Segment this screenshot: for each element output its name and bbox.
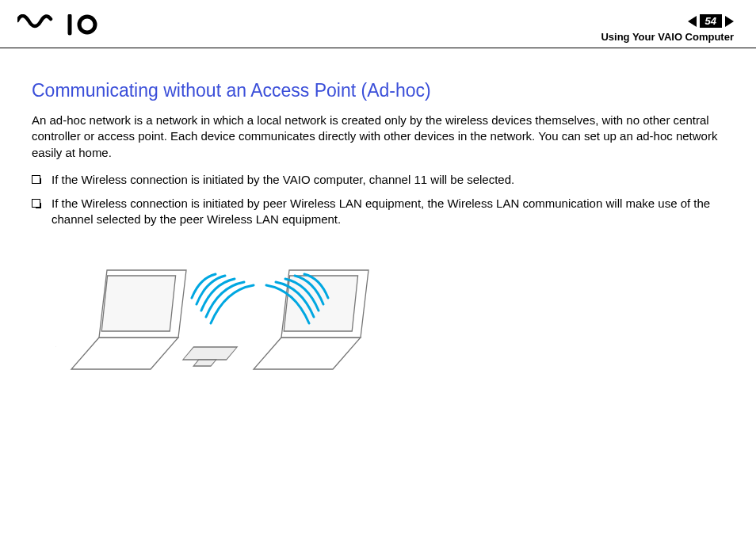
prev-page-arrow-icon[interactable] — [688, 16, 697, 27]
list-item: If the Wireless connection is initiated … — [32, 172, 731, 188]
page-header: 54 Using Your VAIO Computer — [0, 0, 756, 48]
svg-marker-2 — [71, 338, 178, 369]
page-content: Communicating without an Access Point (A… — [0, 48, 756, 404]
svg-marker-7 — [254, 338, 361, 369]
vaio-logo-icon — [17, 14, 105, 36]
laptops-wireless-icon — [55, 242, 388, 385]
svg-point-1 — [79, 17, 95, 32]
vaio-logo — [17, 14, 105, 42]
list-item-text: If the Wireless connection is initiated … — [52, 172, 514, 188]
intro-paragraph: An ad-hoc network is a network in which … — [32, 113, 731, 161]
page-number: 54 — [700, 14, 722, 28]
list-item: If the Wireless connection is initiated … — [32, 196, 731, 228]
svg-rect-4 — [101, 276, 175, 331]
bullet-icon — [32, 199, 40, 208]
svg-rect-11 — [193, 360, 216, 366]
bullet-icon — [32, 175, 40, 184]
section-title: Communicating without an Access Point (A… — [32, 80, 731, 101]
header-right: 54 Using Your VAIO Computer — [601, 14, 734, 43]
list-item-text: If the Wireless connection is initiated … — [52, 196, 731, 228]
breadcrumb: Using Your VAIO Computer — [601, 31, 734, 43]
adhoc-illustration — [55, 242, 731, 388]
svg-rect-10 — [183, 347, 237, 360]
bullet-list: If the Wireless connection is initiated … — [32, 172, 731, 228]
page-nav: 54 — [688, 14, 734, 28]
next-page-arrow-icon[interactable] — [725, 16, 734, 27]
